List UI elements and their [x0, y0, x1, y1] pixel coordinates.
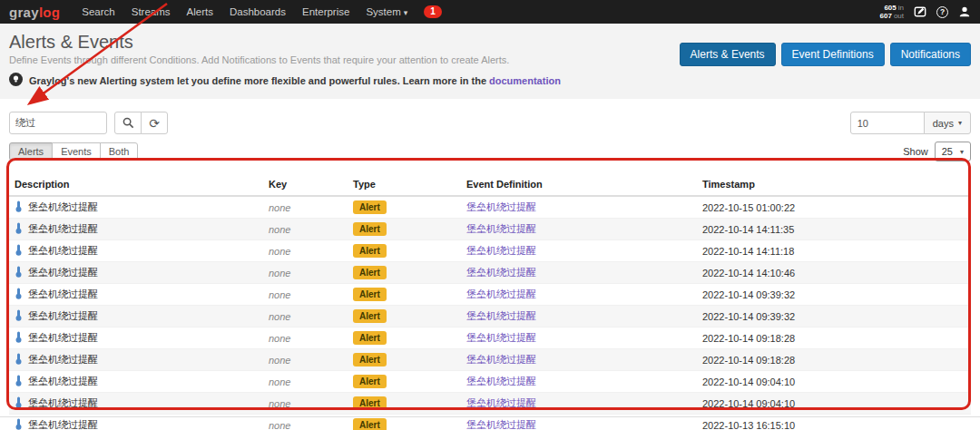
documentation-link[interactable]: documentation — [489, 75, 561, 86]
event-definition-link[interactable]: 堡垒机绕过提醒 — [466, 223, 536, 234]
alert-key: none — [269, 333, 290, 344]
event-definition-link[interactable]: 堡垒机绕过提醒 — [466, 201, 536, 212]
filter-tab-events[interactable]: Events — [52, 142, 101, 161]
alert-key: none — [269, 246, 290, 257]
search-button[interactable] — [114, 112, 142, 134]
notification-badge[interactable]: 1 — [424, 5, 442, 18]
alert-priority-icon — [15, 396, 23, 410]
alert-description: 堡垒机绕过提醒 — [28, 375, 98, 388]
table-row: 堡垒机绕过提醒 none Alert 堡垒机绕过提醒 2022-10-14 09… — [9, 284, 971, 306]
event-definition-link[interactable]: 堡垒机绕过提醒 — [466, 419, 536, 430]
filter-tab-both[interactable]: Both — [100, 142, 139, 161]
alert-priority-icon — [15, 331, 23, 345]
column-header-type: Type — [348, 172, 461, 196]
user-icon[interactable] — [958, 5, 971, 18]
nav-item-alerts[interactable]: Alerts — [187, 6, 213, 17]
time-range-input[interactable] — [850, 112, 925, 134]
event-definition-link[interactable]: 堡垒机绕过提醒 — [466, 332, 536, 343]
graylog-logo[interactable]: graylog — [9, 5, 60, 20]
filter-tabs: AlertsEventsBoth — [9, 142, 138, 161]
help-icon[interactable]: ? — [936, 6, 948, 18]
alert-timestamp: 2022-10-13 16:15:10 — [702, 420, 795, 430]
alert-description: 堡垒机绕过提醒 — [28, 353, 98, 366]
alert-priority-icon — [15, 418, 23, 430]
alert-type-badge: Alert — [353, 200, 387, 214]
alert-priority-icon — [15, 222, 23, 236]
column-header-event-definition: Event Definition — [461, 172, 697, 196]
caret-down-icon: ▾ — [960, 148, 964, 156]
alert-key: none — [269, 398, 290, 409]
search-input[interactable] — [9, 112, 107, 134]
alerts-table-body: 堡垒机绕过提醒 none Alert 堡垒机绕过提醒 2022-10-15 01… — [9, 196, 971, 430]
search-toolbar: ⟳ days▾ — [9, 112, 971, 134]
alert-key: none — [269, 289, 290, 300]
event-definition-link[interactable]: 堡垒机绕过提醒 — [466, 376, 536, 386]
throughput-out-value: 607 — [880, 12, 892, 20]
refresh-button[interactable]: ⟳ — [141, 112, 168, 134]
event-definition-link[interactable]: 堡垒机绕过提醒 — [466, 288, 536, 299]
alert-priority-icon — [15, 266, 23, 279]
alert-key: none — [269, 224, 290, 235]
alert-description: 堡垒机绕过提醒 — [28, 288, 98, 301]
time-range-unit-dropdown[interactable]: days▾ — [924, 112, 971, 134]
alert-timestamp: 2022-10-14 09:39:32 — [702, 311, 795, 322]
alert-type-badge: Alert — [353, 331, 387, 345]
header-button-alerts-events[interactable]: Alerts & Events — [680, 43, 776, 66]
nav-item-streams[interactable]: Streams — [132, 6, 171, 17]
table-row: 堡垒机绕过提醒 none Alert 堡垒机绕过提醒 2022-10-14 09… — [9, 393, 971, 415]
alert-description: 堡垒机绕过提醒 — [28, 244, 98, 258]
event-definition-link[interactable]: 堡垒机绕过提醒 — [466, 354, 536, 365]
alert-key: none — [269, 268, 290, 279]
navbar-right: 605in 607out ? — [880, 4, 971, 20]
search-button-group: ⟳ — [114, 112, 168, 134]
header-buttons: Alerts & EventsEvent DefinitionsNotifica… — [680, 43, 971, 66]
table-row: 堡垒机绕过提醒 none Alert 堡垒机绕过提醒 2022-10-14 14… — [9, 262, 971, 284]
alert-type-badge: Alert — [353, 353, 387, 366]
event-definition-link[interactable]: 堡垒机绕过提醒 — [466, 310, 536, 321]
alert-key: none — [269, 376, 290, 387]
alert-priority-icon — [15, 309, 23, 323]
column-header-description: Description — [9, 172, 263, 196]
table-row: 堡垒机绕过提醒 none Alert 堡垒机绕过提醒 2022-10-14 14… — [9, 240, 971, 262]
nav-item-dashboards[interactable]: Dashboards — [230, 6, 286, 17]
alert-priority-icon — [15, 200, 23, 214]
alert-timestamp: 2022-10-14 09:18:28 — [702, 355, 795, 366]
filter-tab-alerts[interactable]: Alerts — [9, 142, 53, 161]
nav-item-enterprise[interactable]: Enterprise — [302, 6, 349, 17]
alerts-table: Description Key Type Event Definition Ti… — [9, 172, 971, 430]
nav-item-system[interactable]: System▾ — [366, 6, 407, 17]
alert-timestamp: 2022-10-14 09:04:10 — [702, 398, 795, 409]
alert-timestamp: 2022-10-14 14:11:35 — [702, 224, 794, 235]
page-header: Alerts & Events Define Events through di… — [0, 24, 980, 99]
alert-timestamp: 2022-10-14 14:10:46 — [702, 268, 795, 279]
edit-icon[interactable] — [914, 5, 926, 18]
header-button-event-definitions[interactable]: Event Definitions — [781, 43, 885, 66]
alert-type-badge: Alert — [353, 266, 387, 279]
alert-description: 堡垒机绕过提醒 — [28, 418, 98, 430]
page-size-select[interactable]: 25▾ — [935, 142, 971, 161]
alert-priority-icon — [15, 288, 23, 301]
alert-timestamp: 2022-10-15 01:00:22 — [702, 202, 795, 213]
alert-type-badge: Alert — [353, 244, 387, 258]
alert-timestamp: 2022-10-14 14:11:18 — [702, 246, 794, 257]
event-definition-link[interactable]: 堡垒机绕过提醒 — [466, 397, 536, 408]
table-row: 堡垒机绕过提醒 none Alert 堡垒机绕过提醒 2022-10-14 14… — [9, 219, 971, 240]
filter-row: AlertsEventsBoth Show 25▾ — [9, 142, 971, 161]
event-definition-link[interactable]: 堡垒机绕过提醒 — [466, 245, 536, 256]
alert-priority-icon — [15, 353, 23, 366]
alert-timestamp: 2022-10-14 09:39:32 — [702, 289, 795, 300]
caret-down-icon: ▾ — [404, 8, 408, 17]
alert-description: 堡垒机绕过提醒 — [28, 222, 98, 236]
alert-timestamp: 2022-10-14 09:18:28 — [702, 333, 795, 344]
footer-divider — [0, 416, 980, 417]
header-button-notifications[interactable]: Notifications — [890, 43, 971, 66]
alert-type-badge: Alert — [353, 309, 387, 323]
alert-description: 堡垒机绕过提醒 — [28, 200, 98, 214]
alert-key: none — [269, 311, 290, 322]
nav-item-search[interactable]: Search — [82, 6, 114, 17]
page-size-group: Show 25▾ — [903, 142, 971, 161]
event-definition-link[interactable]: 堡垒机绕过提醒 — [466, 267, 536, 278]
throughput-out-unit: out — [894, 12, 904, 20]
column-header-key: Key — [263, 172, 348, 196]
throughput-in-value: 605 — [884, 4, 896, 12]
